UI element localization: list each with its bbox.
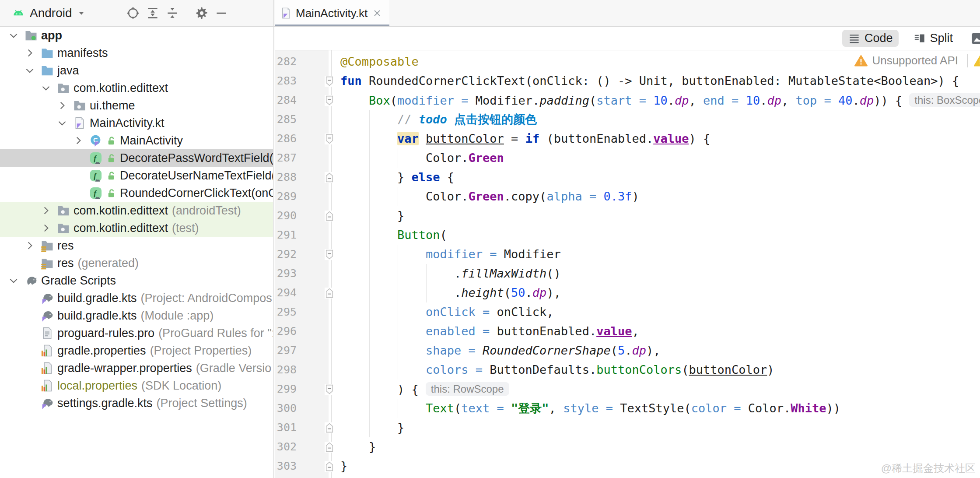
fold-open-icon[interactable] [329,245,340,264]
code-line-296[interactable]: 296enabled = buttonEnabled.value, [275,322,980,341]
code-line-289[interactable]: 289Color.Green.copy(alpha = 0.3f) [275,187,980,206]
tree-item-gradle-scripts[interactable]: Gradle Scripts [0,272,273,289]
code-line-298[interactable]: 298colors = ButtonDefaults.buttonColors(… [275,360,980,380]
code-line-286[interactable]: 286var buttonColor = if (buttonEnabled.v… [275,129,980,148]
chevron-down-icon[interactable] [8,274,24,287]
fold-open-icon[interactable] [329,129,340,148]
split-mode-button[interactable]: Split [907,30,959,47]
code-area[interactable]: 282@Composable283fun RoundedCornerClickT… [275,50,980,478]
code-line-294[interactable]: 294.height(50.dp), [275,283,980,302]
line-number[interactable]: 288 [275,168,329,187]
tree-item-decoratepasswordtextfield-s[interactable]: fDecoratePassWordTextField(s [0,149,273,167]
code-line-295[interactable]: 295onClick = onClick, [275,302,980,322]
project-view-selector[interactable]: Android [0,6,86,20]
line-number[interactable]: 291 [275,225,329,245]
line-number[interactable]: 293 [275,264,329,283]
code-text[interactable]: } [340,418,980,437]
hide-panel-icon[interactable] [214,6,228,20]
chevron-right-icon[interactable] [73,134,89,147]
expand-all-icon[interactable] [146,6,160,20]
tree-item-res[interactable]: res [0,237,273,254]
code-line-291[interactable]: 291Button( [275,225,980,245]
tree-item-roundedcornerclicktext-onc[interactable]: fRoundedCornerClickText(onC [0,184,273,202]
fold-close-icon[interactable] [329,168,340,187]
code-text[interactable]: } else { [340,168,980,187]
inspection-label[interactable]: Unsupported API [872,54,958,67]
line-number[interactable]: 296 [275,322,329,341]
fold-close-icon[interactable] [329,457,340,476]
tree-item-com-kotlin-edittext[interactable]: com.kotlin.edittext [0,79,273,97]
line-number[interactable]: 303 [275,457,329,476]
design-mode-icon[interactable] [970,31,980,46]
fold-open-icon[interactable] [329,71,340,91]
chevron-right-icon[interactable] [40,204,57,217]
line-number[interactable]: 286 [275,129,329,148]
fold-close-icon[interactable] [329,206,340,225]
tree-item-manifests[interactable]: manifests [0,44,273,62]
tree-item-mainactivity[interactable]: CMainActivity [0,132,273,149]
code-text[interactable]: // todo 点击按钮的颜色 [340,110,980,129]
tree-item-decorateusernametextfield-s[interactable]: fDecorateUserNameTextField(s [0,167,273,184]
code-text[interactable]: fun RoundedCornerClickText(onClick: () -… [340,71,980,91]
locate-file-icon[interactable] [126,6,140,20]
tree-item-gradle-properties-project-properties[interactable]: gradle.properties(Project Properties) [0,342,273,359]
line-number[interactable]: 295 [275,302,329,322]
line-number[interactable]: 285 [275,110,329,129]
code-text[interactable]: } [340,206,980,225]
code-line-290[interactable]: 290} [275,206,980,225]
tree-item-proguard-rules-pro-proguard-rules-for[interactable]: proguard-rules.pro(ProGuard Rules for ": [0,324,273,342]
tree-item-build-gradle-kts-project-androidcompos[interactable]: build.gradle.kts(Project: AndroidCompos [0,289,273,307]
close-icon[interactable] [372,8,382,18]
line-number[interactable]: 297 [275,341,329,360]
code-line-288[interactable]: 288} else { [275,168,980,187]
settings-gear-icon[interactable] [195,6,209,20]
chevron-down-icon[interactable] [40,82,57,94]
code-text[interactable]: ) {this: RowScope [340,380,980,399]
chevron-right-icon[interactable] [24,47,41,59]
code-line-287[interactable]: 287Color.Green [275,148,980,168]
fold-close-icon[interactable] [329,418,340,437]
chevron-right-icon[interactable] [24,239,41,252]
code-line-293[interactable]: 293.fillMaxWidth() [275,264,980,283]
code-mode-button[interactable]: Code [842,30,899,47]
code-text[interactable]: } [340,437,980,457]
code-text[interactable]: Text(text = "登录", style = TextStyle(colo… [340,399,980,418]
collapse-all-icon[interactable] [165,6,179,20]
tree-item-ui-theme[interactable]: ui.theme [0,97,273,114]
code-text[interactable]: Box(modifier = Modifier.padding(start = … [340,91,980,110]
line-number[interactable]: 294 [275,283,329,302]
tree-item-settings-gradle-kts-project-settings[interactable]: settings.gradle.kts(Project Settings) [0,394,273,412]
line-number[interactable]: 300 [275,399,329,418]
code-text[interactable]: shape = RoundedCornerShape(5.dp), [340,341,980,360]
code-text[interactable]: onClick = onClick, [340,302,980,322]
line-number[interactable]: 301 [275,418,329,437]
chevron-down-icon[interactable] [8,29,24,42]
chevron-right-icon[interactable] [56,99,73,112]
code-text[interactable]: Color.Green [340,148,980,168]
code-text[interactable]: enabled = buttonEnabled.value, [340,322,980,341]
code-line-300[interactable]: 300Text(text = "登录", style = TextStyle(c… [275,399,980,418]
code-line-297[interactable]: 297shape = RoundedCornerShape(5.dp), [275,341,980,360]
line-number[interactable]: 284 [275,91,329,110]
chevron-down-icon[interactable] [56,117,73,129]
chevron-down-icon[interactable] [24,64,41,77]
tree-item-mainactivity-kt[interactable]: MainActivity.kt [0,114,273,132]
tab-mainactivity-kt[interactable]: MainActivity.kt [275,0,389,26]
code-line-303[interactable]: 303} [275,457,980,476]
fold-open-icon[interactable] [329,91,340,110]
code-text[interactable]: var buttonColor = if (buttonEnabled.valu… [340,129,980,148]
fold-open-icon[interactable] [329,380,340,399]
code-text[interactable]: colors = ButtonDefaults.buttonColors(but… [340,360,980,380]
line-number[interactable]: 283 [275,71,329,91]
tree-item-com-kotlin-edittext-test[interactable]: com.kotlin.edittext(test) [0,219,273,237]
code-line-292[interactable]: 292modifier = Modifier [275,245,980,264]
code-text[interactable]: Button( [340,225,980,245]
code-line-283[interactable]: 283fun RoundedCornerClickText(onClick: (… [275,71,980,91]
fold-close-icon[interactable] [329,283,340,302]
panel-divider[interactable] [273,0,274,478]
code-text[interactable]: Color.Green.copy(alpha = 0.3f) [340,187,980,206]
code-line-299[interactable]: 299) {this: RowScope [275,380,980,399]
code-line-285[interactable]: 285// todo 点击按钮的颜色 [275,110,980,129]
code-text[interactable]: modifier = Modifier [340,245,980,264]
tree-item-gradle-wrapper-properties-gradle-versio[interactable]: gradle-wrapper.properties(Gradle Versio [0,359,273,377]
